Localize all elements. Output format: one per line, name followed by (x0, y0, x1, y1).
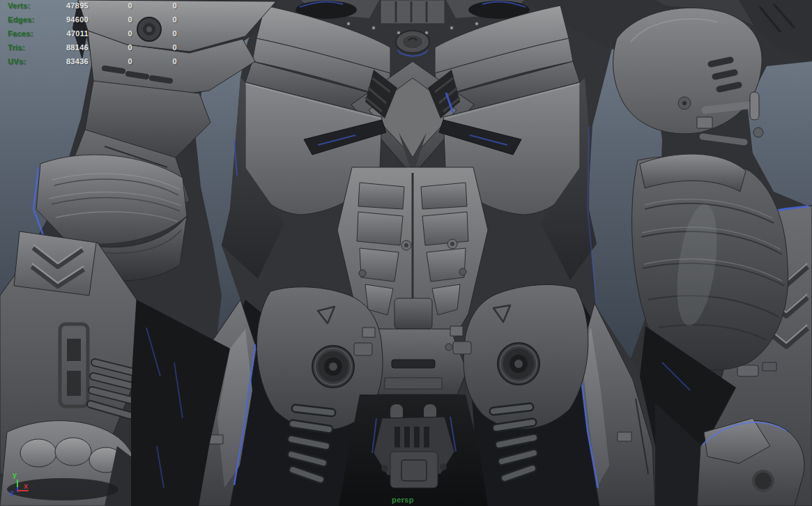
hud-label: Edges: (8, 13, 42, 26)
hud-row-faces: Faces: 47011 0 0 (0, 26, 177, 40)
right-wrist (697, 418, 804, 506)
hud-row-tris: Tris: 88146 0 0 (0, 40, 177, 54)
3d-viewport[interactable]: Verts: 47895 0 0 Edges: 94600 0 0 Faces:… (0, 0, 812, 506)
pelvis-mech (339, 394, 488, 506)
hud-value: 88146 (42, 40, 89, 54)
hud-value: 94600 (42, 13, 89, 26)
hud-label: Verts: (8, 0, 42, 13)
view-axis-gizmo: y z x (4, 467, 40, 503)
x-axis-label: x (24, 482, 29, 490)
hud-value: 83436 (42, 54, 89, 68)
hud-component-count: 0 (132, 40, 177, 54)
hud-value: 47011 (42, 26, 89, 40)
hud-row-verts: Verts: 47895 0 0 (0, 0, 177, 13)
hud-component-count: 0 (132, 13, 177, 26)
hud-label: Tris: (8, 40, 42, 54)
hud-component-count: 0 (132, 26, 177, 40)
model-canvas[interactable] (0, 0, 812, 506)
hud-label: Faces: (8, 26, 42, 40)
hud-row-uvs: UVs: 83436 0 0 (0, 54, 177, 68)
hud-component-count: 0 (132, 0, 177, 13)
y-axis-label: y (13, 470, 17, 479)
hud-selected-count: 0 (89, 13, 132, 26)
hud-value: 47895 (42, 0, 89, 13)
z-axis-label: z (10, 489, 14, 497)
mech-model (0, 0, 812, 506)
hud-selected-count: 0 (89, 26, 132, 40)
hud-row-edges: Edges: 94600 0 0 (0, 13, 177, 26)
polycount-hud: Verts: 47895 0 0 Edges: 94600 0 0 Faces:… (0, 0, 177, 68)
hud-component-count: 0 (132, 54, 177, 68)
hud-label: UVs: (8, 54, 42, 68)
hud-selected-count: 0 (89, 54, 132, 68)
hud-selected-count: 0 (89, 0, 132, 13)
hud-selected-count: 0 (89, 40, 132, 54)
neck-plate (381, 0, 445, 24)
camera-name-label: persp (0, 496, 806, 504)
